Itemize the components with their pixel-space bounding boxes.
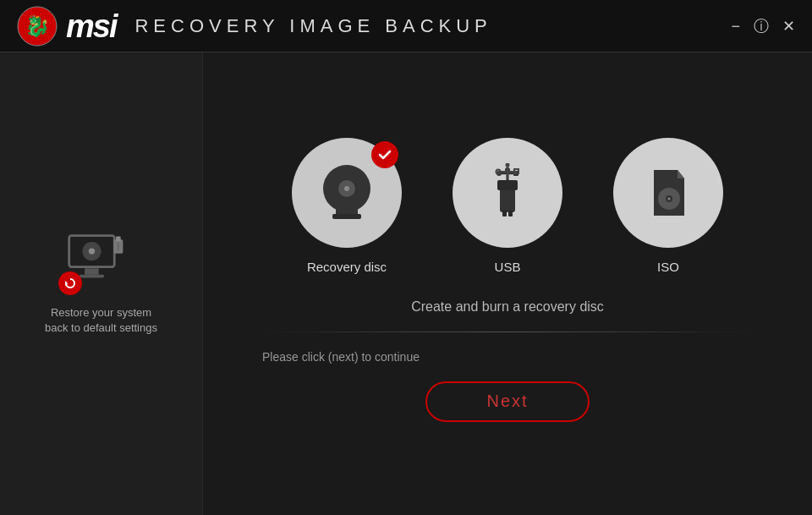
svg-rect-29 <box>508 210 513 216</box>
svg-point-27 <box>506 163 510 167</box>
svg-point-32 <box>668 197 671 200</box>
divider <box>262 331 753 332</box>
dragon-logo: 🐉 <box>17 6 58 47</box>
restore-icon <box>64 277 76 289</box>
iso-circle <box>613 138 723 248</box>
iso-icon <box>639 163 698 222</box>
sidebar: Restore your system back to default sett… <box>0 52 203 515</box>
options-row: Recovery disc <box>292 138 723 274</box>
option-iso[interactable]: ISO <box>613 138 723 274</box>
logo-area: 🐉 msi RECOVERY IMAGE BACKUP <box>17 6 492 47</box>
selected-checkmark <box>371 141 398 168</box>
svg-rect-3 <box>85 268 100 274</box>
usb-label: USB <box>495 260 521 274</box>
close-button[interactable]: ✕ <box>782 19 795 34</box>
instruction-container: Please click (next) to continue <box>262 349 753 364</box>
svg-text:🐉: 🐉 <box>25 14 50 38</box>
instruction-text: Please click (next) to continue <box>262 350 420 364</box>
svg-rect-16 <box>500 187 515 212</box>
check-icon <box>378 150 392 160</box>
backup-description: Create and burn a recovery disc <box>411 299 604 315</box>
svg-point-13 <box>344 186 349 191</box>
svg-point-6 <box>89 248 95 254</box>
sidebar-icon-container <box>63 232 139 295</box>
sidebar-item-restore[interactable]: Restore your system back to default sett… <box>45 232 157 336</box>
next-button[interactable]: Next <box>425 381 590 422</box>
usb-circle <box>453 138 562 248</box>
iso-label: ISO <box>657 260 679 274</box>
svg-rect-8 <box>117 236 122 241</box>
usb-icon <box>478 163 537 222</box>
app-header: 🐉 msi RECOVERY IMAGE BACKUP − ⓘ ✕ <box>0 0 812 52</box>
msi-logo-text: msi <box>66 10 116 42</box>
next-button-container: Next <box>237 381 778 422</box>
sidebar-label: Restore your system back to default sett… <box>45 305 157 336</box>
svg-rect-4 <box>80 275 105 278</box>
svg-rect-17 <box>497 180 518 190</box>
recovery-disc-label: Recovery disc <box>307 260 387 274</box>
disc-icon <box>317 163 376 222</box>
svg-rect-15 <box>332 214 361 219</box>
minimize-button[interactable]: − <box>731 19 740 34</box>
restore-badge <box>58 271 82 295</box>
app-title: RECOVERY IMAGE BACKUP <box>134 15 491 37</box>
window-controls: − ⓘ ✕ <box>731 19 795 34</box>
content-area: Recovery disc <box>203 52 812 515</box>
main-area: Restore your system back to default sett… <box>0 52 812 515</box>
option-usb[interactable]: USB <box>453 138 562 274</box>
info-button[interactable]: ⓘ <box>754 19 769 34</box>
recovery-disc-circle <box>292 138 402 248</box>
svg-rect-28 <box>502 210 507 216</box>
option-recovery-disc[interactable]: Recovery disc <box>292 138 402 274</box>
